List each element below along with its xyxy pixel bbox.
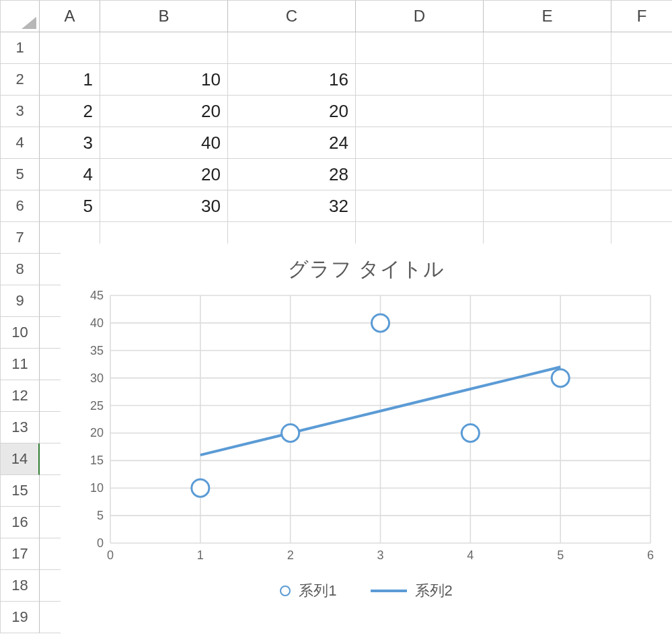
svg-text:40: 40 (90, 316, 104, 330)
row-header[interactable]: 3 (1, 96, 40, 127)
svg-text:3: 3 (377, 548, 383, 562)
col-header-F[interactable]: F (611, 1, 672, 32)
row-header[interactable]: 6 (1, 190, 40, 222)
svg-point-38 (552, 369, 569, 387)
svg-text:30: 30 (90, 371, 104, 385)
row-header[interactable]: 4 (1, 127, 40, 159)
svg-text:1: 1 (197, 548, 204, 562)
svg-text:5: 5 (557, 548, 564, 562)
svg-text:15: 15 (90, 454, 104, 467)
svg-text:4: 4 (467, 548, 474, 562)
col-header-E[interactable]: E (484, 1, 611, 32)
col-header-C[interactable]: C (228, 1, 356, 32)
cell-A1[interactable] (40, 32, 100, 64)
cell-D5[interactable] (356, 159, 484, 190)
cell-E1[interactable] (484, 32, 611, 64)
row-header[interactable]: 7 (1, 222, 40, 254)
svg-text:6: 6 (647, 548, 654, 562)
row-header[interactable]: 12 (1, 380, 40, 412)
svg-text:10: 10 (90, 481, 104, 495)
svg-text:5: 5 (97, 509, 104, 522)
cell-A4[interactable]: 3 (40, 127, 100, 159)
cell-D1[interactable] (356, 32, 484, 64)
col-header-B[interactable]: B (100, 1, 228, 32)
cell-D6[interactable] (356, 190, 484, 222)
legend-label: 系列2 (415, 581, 453, 601)
row-header[interactable]: 15 (1, 475, 40, 507)
legend-item-series2[interactable]: 系列2 (371, 581, 453, 601)
cell-A5[interactable]: 4 (40, 159, 100, 190)
cell-C4[interactable]: 24 (228, 127, 356, 159)
cell-E5[interactable] (484, 159, 611, 190)
cell-A2[interactable]: 1 (40, 64, 100, 96)
select-all-corner[interactable] (1, 1, 40, 32)
cell-F6[interactable] (611, 190, 672, 222)
cell-F1[interactable] (611, 32, 672, 64)
cell-E6[interactable] (484, 190, 611, 222)
row-header[interactable]: 13 (1, 412, 40, 443)
chart-title[interactable]: グラフ タイトル (61, 256, 672, 283)
col-header-D[interactable]: D (356, 1, 484, 32)
cell-B3[interactable]: 20 (100, 96, 228, 127)
cell-C5[interactable]: 28 (228, 159, 356, 190)
svg-text:0: 0 (107, 548, 114, 562)
row-header[interactable]: 10 (1, 317, 40, 349)
row-header[interactable]: 1 (1, 32, 40, 64)
cell-B1[interactable] (100, 32, 228, 64)
cell-E3[interactable] (484, 96, 611, 127)
row-header[interactable]: 17 (1, 538, 40, 570)
svg-text:20: 20 (90, 426, 104, 439)
embedded-chart[interactable]: グラフ タイトル 0510152025303540450123456 系列1 系… (61, 244, 672, 640)
col-header-A[interactable]: A (40, 1, 100, 32)
cell-C6[interactable]: 32 (228, 190, 356, 222)
svg-point-37 (461, 424, 479, 441)
cell-D4[interactable] (356, 127, 484, 159)
circle-marker-icon (280, 585, 291, 596)
row-header[interactable]: 8 (1, 254, 40, 285)
row-header[interactable]: 2 (1, 64, 40, 96)
cell-B4[interactable]: 40 (100, 127, 228, 159)
row-header[interactable]: 18 (1, 570, 40, 602)
legend-label: 系列1 (299, 581, 336, 601)
row-header[interactable]: 9 (1, 285, 40, 317)
svg-text:35: 35 (90, 344, 104, 357)
svg-text:25: 25 (90, 399, 104, 413)
legend-item-series1[interactable]: 系列1 (280, 581, 336, 601)
cell-A6[interactable]: 5 (40, 190, 100, 222)
chart-legend[interactable]: 系列1 系列2 (61, 581, 672, 601)
plot-area[interactable]: 0510152025303540450123456 (74, 289, 659, 566)
line-marker-icon (371, 590, 407, 592)
cell-F5[interactable] (611, 159, 672, 190)
cell-E4[interactable] (484, 127, 611, 159)
cell-F4[interactable] (611, 127, 672, 159)
row-header[interactable]: 19 (1, 602, 40, 633)
svg-point-35 (282, 424, 299, 441)
svg-text:2: 2 (287, 548, 294, 562)
cell-C1[interactable] (228, 32, 356, 64)
cell-C3[interactable]: 20 (228, 96, 356, 127)
cell-D3[interactable] (356, 96, 484, 127)
cell-B6[interactable]: 30 (100, 190, 228, 222)
cell-E2[interactable] (484, 64, 611, 96)
cell-F3[interactable] (611, 96, 672, 127)
cell-B2[interactable]: 10 (100, 64, 228, 96)
cell-B5[interactable]: 20 (100, 159, 228, 190)
cell-F2[interactable] (611, 64, 672, 96)
row-header[interactable]: 11 (1, 349, 40, 380)
row-header[interactable]: 5 (1, 159, 40, 190)
row-header[interactable]: 16 (1, 507, 40, 538)
cell-A3[interactable]: 2 (40, 96, 100, 127)
cell-C2[interactable]: 16 (228, 64, 356, 96)
svg-text:45: 45 (90, 289, 104, 302)
svg-point-36 (372, 314, 389, 332)
chart-svg: 0510152025303540450123456 (74, 289, 659, 566)
svg-point-34 (192, 479, 209, 497)
svg-text:0: 0 (97, 536, 104, 550)
cell-D2[interactable] (356, 64, 484, 96)
row-header[interactable]: 14 (1, 443, 40, 475)
